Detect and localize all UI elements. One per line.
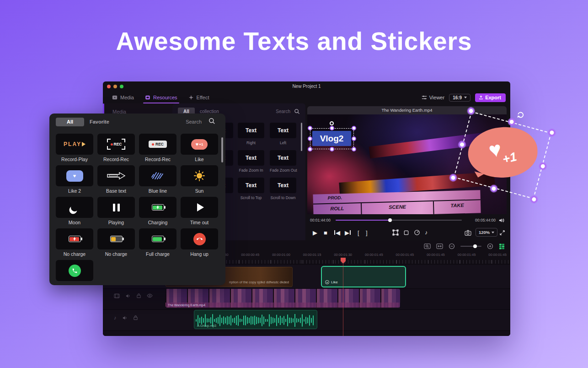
sticker-item[interactable]: Blue line (139, 165, 176, 195)
text-preset-thumb[interactable]: Text (238, 123, 264, 138)
sticker-thumb[interactable] (56, 260, 93, 281)
selection-handle[interactable] (352, 136, 356, 141)
empty-track-lane[interactable] (103, 330, 510, 336)
sticker-thumb[interactable] (97, 165, 135, 186)
viewer-button[interactable]: Viewer (422, 95, 444, 100)
zoom-in-icon[interactable] (487, 243, 493, 249)
crop-button[interactable] (403, 226, 409, 239)
sticker-thumb[interactable] (139, 165, 176, 186)
seek-knob[interactable] (388, 218, 392, 222)
sticker-thumb[interactable] (139, 228, 176, 249)
sticker-thumb[interactable] (139, 197, 176, 218)
zoom-out-icon[interactable] (449, 243, 455, 249)
sticker-tab-all[interactable]: All (56, 118, 84, 126)
sticker-item[interactable]: No charge (56, 228, 93, 258)
text-panel-scrollbar[interactable] (301, 123, 302, 151)
text-preset-item[interactable]: TextScroll to Down (270, 178, 296, 200)
sticker-thumb[interactable] (97, 197, 135, 218)
mark-out-button[interactable]: ] (366, 226, 368, 239)
tab-effect[interactable]: Effect (183, 92, 215, 103)
audio-button[interactable]: ♪ (425, 226, 428, 239)
selection-handle[interactable] (308, 136, 312, 141)
selection-handle[interactable] (330, 126, 334, 130)
text-preset-thumb[interactable]: Text (238, 178, 264, 193)
sticker-item[interactable]: Charging (139, 197, 176, 226)
sticker-item[interactable]: RECRecord-Rec (139, 134, 176, 163)
text-overlay[interactable]: Vlog2 (312, 131, 351, 146)
mark-in-button[interactable]: [ (358, 226, 359, 239)
play-button[interactable]: ▶ (313, 226, 317, 239)
track-manager-icon[interactable] (499, 244, 505, 249)
speed-button[interactable] (414, 226, 420, 239)
sticker-item[interactable]: Time out (181, 197, 218, 226)
previous-frame-button[interactable]: ◀ (334, 226, 340, 239)
sticker-item[interactable]: RECRecord-Rec (97, 134, 135, 163)
timeline-ruler[interactable]: 00:00:00:3000:00:00:4500:00:01:0000:00:0… (210, 253, 507, 257)
selection-handle[interactable] (308, 126, 312, 130)
audio-clip[interactable]: A-Group.mp3 (194, 310, 317, 329)
sticker-thumb[interactable] (56, 197, 93, 218)
sticker-thumb[interactable] (181, 165, 218, 186)
sticker-thumb[interactable]: REC (97, 134, 135, 155)
text-preset-thumb[interactable]: Text (270, 178, 296, 193)
hide-track-icon[interactable] (147, 293, 153, 298)
text-preset-thumb[interactable]: Text (270, 123, 296, 138)
sticker-thumb[interactable]: ♥ (56, 165, 93, 186)
preview-zoom-dropdown[interactable]: 120% (476, 228, 497, 237)
aspect-ratio-dropdown[interactable]: 16:9 (449, 94, 470, 102)
lock-track-icon[interactable] (133, 315, 138, 320)
text-preset-item[interactable]: TextFade Zoom In (238, 150, 264, 173)
text-panel-search-input[interactable]: Search (276, 109, 290, 114)
sticker-item[interactable]: Sun (181, 165, 218, 195)
video-clip[interactable]: The Wandering Earth.mp4 (166, 289, 400, 308)
sticker-panel-scrollbar[interactable] (221, 137, 223, 162)
search-icon[interactable] (294, 108, 300, 116)
sticker-thumb[interactable]: PLAY (56, 134, 93, 155)
sticker-item[interactable]: ♥+1Like (181, 134, 218, 163)
rotate-handle[interactable] (330, 121, 334, 125)
search-icon[interactable] (208, 118, 215, 126)
selection-handle[interactable] (330, 147, 334, 152)
sticker-item[interactable]: Moon (56, 197, 93, 226)
playhead-line[interactable] (343, 259, 343, 336)
sticker-item[interactable]: Playing (97, 197, 135, 226)
sticker-thumb[interactable]: ♥+1 (181, 134, 218, 155)
text-preset-item[interactable]: TextFade Zoom Out (270, 150, 296, 173)
fit-timeline-icon[interactable] (436, 243, 443, 249)
sticker-item[interactable]: No charge (97, 228, 135, 258)
sticker-item[interactable]: PLAYRecord-Play (56, 134, 93, 163)
zoom-to-selection-icon[interactable] (424, 243, 431, 249)
fullscreen-button[interactable] (499, 226, 505, 239)
sticker-thumb[interactable] (181, 228, 218, 249)
sticker-thumb[interactable] (56, 228, 93, 249)
export-button[interactable]: Export (475, 93, 506, 102)
sticker-thumb[interactable]: REC (139, 134, 176, 155)
mute-track-icon[interactable] (122, 315, 128, 320)
rotate-handle[interactable] (515, 109, 525, 121)
next-frame-button[interactable]: ▶ (345, 226, 351, 239)
selection-handle[interactable] (352, 147, 356, 152)
text-preset-item[interactable]: TextLeft (270, 123, 296, 145)
seek-bar[interactable] (336, 220, 462, 221)
text-preset-thumb[interactable]: Text (270, 150, 296, 166)
text-preset-item[interactable]: TextRight (238, 123, 264, 145)
sticker-item[interactable]: Hang up (181, 228, 218, 258)
text-overlay-selection[interactable]: Vlog2 (310, 128, 354, 149)
sticker-item[interactable] (56, 260, 93, 285)
selection-handle[interactable] (352, 126, 356, 130)
selection-handle[interactable] (308, 147, 312, 152)
sticker-item[interactable]: ♥Like 2 (56, 165, 93, 195)
snapshot-button[interactable] (465, 226, 471, 239)
tab-media[interactable]: Media (107, 92, 139, 103)
speaker-icon[interactable] (498, 217, 504, 225)
mute-track-icon[interactable] (125, 293, 131, 298)
sticker-thumb[interactable] (181, 197, 218, 218)
timeline-zoom-slider[interactable] (460, 246, 481, 247)
sticker-search-input[interactable]: Search (186, 119, 202, 124)
sticker-thumb[interactable] (97, 228, 135, 249)
lock-track-icon[interactable] (136, 293, 141, 298)
text-preset-thumb[interactable]: Text (238, 150, 264, 166)
stop-button[interactable]: ■ (324, 226, 327, 239)
sticker-item[interactable]: Base text (97, 165, 135, 195)
sticker-clip-selected[interactable]: ♥ Like (321, 266, 406, 287)
